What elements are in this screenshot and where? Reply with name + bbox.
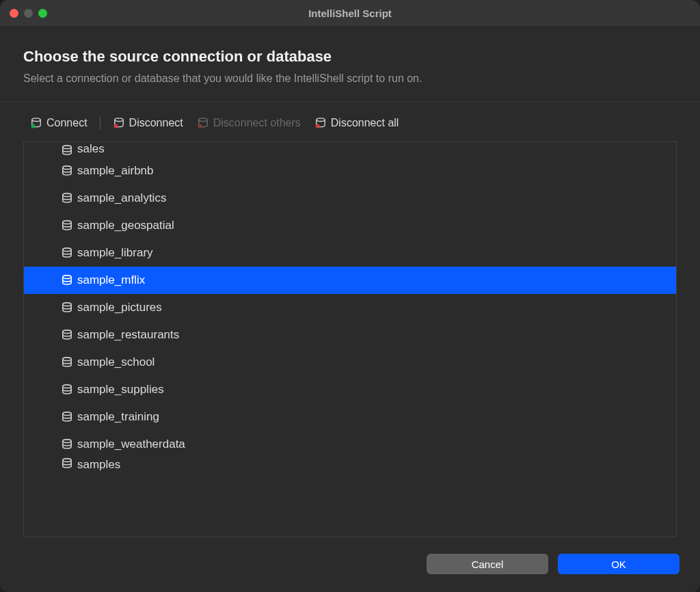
svg-point-9 (63, 166, 71, 170)
svg-point-3 (113, 124, 118, 129)
disconnect-all-button[interactable]: Disconnect all (309, 114, 405, 132)
database-item[interactable]: sample_supplies (24, 376, 676, 403)
database-item[interactable]: sample_analytics (24, 185, 676, 212)
svg-point-13 (63, 275, 71, 279)
svg-point-8 (63, 146, 71, 149)
database-item-label: sample_analytics (77, 191, 166, 205)
disconnect-all-label: Disconnect all (331, 117, 399, 129)
database-icon (61, 193, 73, 204)
database-icon (61, 458, 73, 469)
svg-point-12 (63, 248, 71, 252)
database-item-label: sample_supplies (77, 383, 164, 396)
database-item-label: sample_mflix (77, 273, 145, 287)
svg-point-17 (63, 385, 71, 388)
database-item[interactable]: sales (24, 142, 676, 157)
database-icon (61, 302, 73, 313)
database-icon (61, 439, 73, 450)
database-item-label: sample_airbnb (77, 164, 154, 178)
disconnect-others-label: Disconnect others (213, 117, 301, 129)
database-item[interactable]: sample_library (24, 239, 676, 267)
ok-button[interactable]: OK (558, 554, 679, 574)
svg-point-10 (63, 193, 71, 197)
titlebar: IntelliShell Script (0, 0, 700, 26)
database-disconnect-all-icon (314, 118, 327, 129)
window-minimize-button[interactable] (24, 9, 33, 18)
window-title: IntelliShell Script (0, 8, 700, 19)
disconnect-others-button: Disconnect others (191, 114, 306, 132)
database-item[interactable]: samples (24, 458, 676, 472)
database-item[interactable]: sample_training (24, 403, 676, 431)
svg-point-7 (315, 124, 319, 129)
svg-point-4 (199, 118, 207, 122)
database-item[interactable]: sample_mflix (24, 267, 676, 294)
window-maximize-button[interactable] (38, 9, 47, 18)
connect-label: Connect (46, 117, 88, 129)
dialog-subheading: Select a connection or database that you… (23, 72, 677, 85)
database-icon (61, 275, 73, 286)
svg-point-15 (63, 330, 71, 334)
divider (0, 101, 700, 102)
traffic-lights (0, 9, 47, 18)
database-item-label: sample_pictures (77, 301, 162, 314)
database-item[interactable]: sample_pictures (24, 294, 676, 321)
svg-point-14 (63, 303, 71, 306)
database-icon (61, 412, 73, 422)
database-item[interactable]: sample_restaurants (24, 321, 676, 349)
database-item-label: sales (77, 142, 105, 156)
database-connect-icon (30, 118, 42, 129)
database-icon (61, 329, 73, 340)
svg-point-6 (317, 118, 325, 122)
database-disconnect-others-icon (197, 118, 209, 129)
disconnect-button[interactable]: Disconnect (107, 114, 189, 132)
svg-point-1 (31, 124, 36, 129)
svg-point-5 (198, 124, 202, 129)
svg-point-11 (63, 221, 71, 224)
toolbar-separator (100, 116, 100, 130)
dialog-footer: Cancel OK (0, 537, 700, 592)
database-item[interactable]: sample_school (24, 349, 676, 376)
database-icon (61, 220, 73, 231)
cancel-button-label: Cancel (472, 559, 504, 570)
database-item-label: samples (77, 458, 120, 472)
database-icon (61, 384, 73, 395)
window-close-button[interactable] (10, 9, 18, 18)
database-icon (61, 165, 73, 176)
database-item[interactable]: sample_airbnb (24, 157, 676, 185)
database-item[interactable]: sample_weatherdata (24, 431, 676, 458)
svg-point-19 (63, 440, 71, 443)
database-item-label: sample_restaurants (77, 328, 179, 342)
database-icon (61, 145, 73, 156)
cancel-button[interactable]: Cancel (427, 554, 548, 574)
database-icon (61, 247, 73, 258)
svg-point-0 (32, 118, 40, 122)
database-item-label: sample_school (77, 355, 154, 369)
dialog-header: Choose the source connection or database… (0, 26, 700, 101)
connection-toolbar: Connect Disconnect Disconnect others (0, 114, 700, 142)
database-disconnect-icon (113, 118, 125, 129)
database-item-label: sample_library (77, 246, 153, 260)
svg-point-20 (63, 459, 71, 462)
disconnect-label: Disconnect (129, 117, 183, 129)
svg-point-16 (63, 358, 71, 361)
dialog-window: IntelliShell Script Choose the source co… (0, 0, 700, 592)
database-item[interactable]: sample_geospatial (24, 212, 676, 239)
database-list[interactable]: salessample_airbnbsample_analyticssample… (23, 142, 677, 537)
database-item-label: sample_weatherdata (77, 438, 185, 451)
connect-button[interactable]: Connect (25, 114, 93, 132)
svg-point-2 (114, 118, 122, 122)
database-icon (61, 357, 73, 368)
database-item-label: sample_training (77, 410, 159, 424)
database-item-label: sample_geospatial (77, 219, 174, 232)
svg-point-18 (63, 412, 71, 416)
ok-button-label: OK (611, 559, 626, 570)
dialog-heading: Choose the source connection or database (23, 48, 677, 66)
